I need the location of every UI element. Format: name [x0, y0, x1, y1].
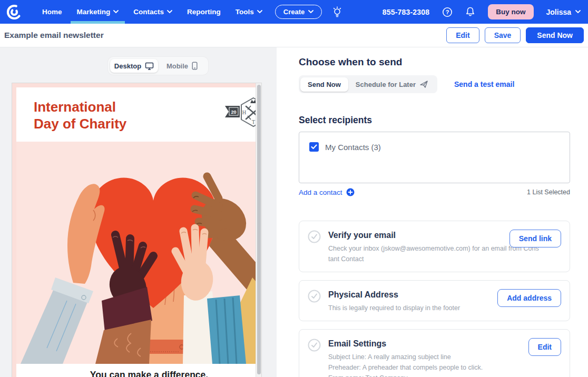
svg-text:?: ?	[446, 9, 449, 15]
recipients-footer-row: Add a contact 1 List Selected	[299, 188, 570, 196]
email-header-block: International Day of Charity 20	[16, 87, 262, 142]
card-body: Email Settings Subject Line: A really am…	[328, 338, 513, 377]
save-button[interactable]: Save	[485, 27, 521, 43]
recipients-list-box: My Contacts (3)	[299, 132, 570, 183]
desktop-toggle-label: Desktop	[114, 62, 141, 70]
circle-check-icon	[308, 339, 321, 377]
chevron-down-icon	[167, 10, 172, 14]
nav-item-reporting[interactable]: Reporting	[180, 0, 228, 24]
nav-item-label: Tools	[236, 8, 254, 16]
header-actions: Edit Save Send Now	[446, 27, 584, 43]
nav-item-home[interactable]: Home	[35, 0, 70, 24]
send-link-button[interactable]: Send link	[509, 230, 561, 247]
support-phone-number: 855-783-2308	[383, 8, 430, 16]
create-button[interactable]: Create	[275, 5, 322, 19]
smartphone-icon	[192, 62, 198, 70]
email-preview-card: International Day of Charity 20	[12, 83, 262, 377]
schedule-for-later-tab[interactable]: Schedule for Later	[348, 77, 436, 92]
nav-item-label: Home	[42, 8, 62, 16]
constant-contact-logo-icon[interactable]	[5, 3, 23, 21]
checklist-cards: Verify your email Check your inbox (jsko…	[299, 221, 588, 377]
send-now-button[interactable]: Send Now	[526, 27, 584, 43]
circle-check-icon	[308, 230, 321, 264]
send-options-pane: Choose when to send Send Now Schedule fo…	[277, 47, 588, 377]
add-address-button[interactable]: Add address	[497, 289, 561, 307]
add-contact-link[interactable]: Add a contact	[299, 188, 355, 196]
svg-text:T: T	[252, 120, 255, 125]
lists-selected-count: 1 List Selected	[527, 188, 570, 196]
page-title: Example email newsletter	[4, 31, 104, 40]
mobile-toggle-label: Mobile	[166, 62, 188, 70]
schedule-tab-label: Schedule for Later	[356, 81, 416, 88]
user-name: Jolissa	[546, 8, 571, 16]
send-timing-toggle: Send Now Schedule for Later	[299, 75, 437, 93]
subject-line: Subject Line: A really amazing subject l…	[328, 352, 513, 362]
top-nav: Home Marketing Contacts Reporting Tools …	[0, 0, 588, 24]
device-preview-toggle: Desktop Mobile	[108, 57, 208, 75]
notifications-bell-icon[interactable]	[465, 6, 475, 17]
nav-item-label: Marketing	[77, 8, 111, 16]
card-title: Verify your email	[328, 230, 539, 240]
card-description: Check your inbox (jskow@awesomemotive.co…	[328, 243, 539, 264]
card-title: Physical Address	[328, 289, 460, 300]
preview-scrollbar[interactable]	[256, 83, 261, 377]
main-content: Desktop Mobile	[0, 47, 588, 377]
paper-plane-icon	[419, 80, 428, 88]
mobile-toggle[interactable]: Mobile	[158, 59, 206, 73]
physical-address-card: Physical Address This is legally require…	[299, 280, 570, 321]
help-icon[interactable]: ?	[442, 7, 453, 17]
charity-hands-heart-illustration	[16, 142, 262, 364]
buy-now-button[interactable]: Buy now	[488, 4, 533, 19]
chevron-down-icon	[257, 10, 262, 14]
card-body: Verify your email Check your inbox (jsko…	[328, 230, 539, 264]
send-now-tab[interactable]: Send Now	[300, 77, 348, 92]
chevron-down-icon	[308, 10, 313, 14]
create-button-label: Create	[283, 8, 305, 16]
page-header: Example email newsletter Edit Save Send …	[0, 24, 588, 47]
contact-list-label: My Contacts (3)	[325, 143, 381, 152]
user-menu[interactable]: Jolissa	[546, 8, 581, 16]
svg-text:20: 20	[231, 110, 236, 115]
email-settings-card: Email Settings Subject Line: A really am…	[299, 329, 570, 377]
email-preview-pane: Desktop Mobile	[0, 47, 277, 377]
nav-item-tools[interactable]: Tools	[228, 0, 270, 24]
send-now-tab-label: Send Now	[308, 81, 341, 88]
chevron-down-icon	[575, 10, 581, 14]
choose-when-heading: Choose when to send	[299, 56, 588, 68]
card-body: Physical Address This is legally require…	[328, 289, 460, 313]
edit-button[interactable]: Edit	[446, 27, 479, 43]
contact-list-checkbox[interactable]	[309, 142, 319, 152]
verify-email-card: Verify your email Check your inbox (jsko…	[299, 221, 570, 272]
app-window: Home Marketing Contacts Reporting Tools …	[0, 0, 588, 377]
select-recipients-heading: Select recipients	[299, 115, 588, 126]
nav-item-label: Contacts	[133, 8, 164, 16]
send-timing-row: Send Now Schedule for Later Send a test …	[299, 75, 588, 93]
email-footer-text: You can make a difference.	[16, 364, 262, 377]
edit-settings-button[interactable]: Edit	[528, 338, 561, 356]
svg-text:H: H	[242, 110, 247, 115]
lightbulb-icon[interactable]	[331, 6, 343, 18]
nav-item-label: Reporting	[187, 8, 221, 16]
card-description: This is legally required to display in t…	[328, 303, 460, 313]
send-test-email-link[interactable]: Send a test email	[454, 80, 514, 88]
contact-list-row[interactable]: My Contacts (3)	[309, 142, 570, 152]
chevron-down-icon	[113, 10, 119, 14]
email-content: International Day of Charity 20	[12, 87, 262, 377]
nav-right-cluster: 855-783-2308 ? Buy now Jolissa	[383, 4, 581, 19]
nav-item-marketing[interactable]: Marketing	[70, 0, 126, 24]
desktop-toggle[interactable]: Desktop	[110, 59, 158, 73]
monitor-icon	[145, 62, 154, 70]
nav-item-contacts[interactable]: Contacts	[126, 0, 180, 24]
add-contact-label: Add a contact	[299, 188, 342, 196]
card-title: Email Settings	[328, 338, 513, 349]
preheader-line: Preheader: A preheader that compels peop…	[328, 362, 513, 373]
plus-circle-icon	[346, 188, 355, 196]
from-name-line: From name: Test Company	[328, 373, 513, 377]
preview-scrollbar-thumb[interactable]	[257, 85, 261, 374]
card-settings-lines: Subject Line: A really amazing subject l…	[328, 352, 513, 377]
circle-check-icon	[308, 290, 321, 313]
